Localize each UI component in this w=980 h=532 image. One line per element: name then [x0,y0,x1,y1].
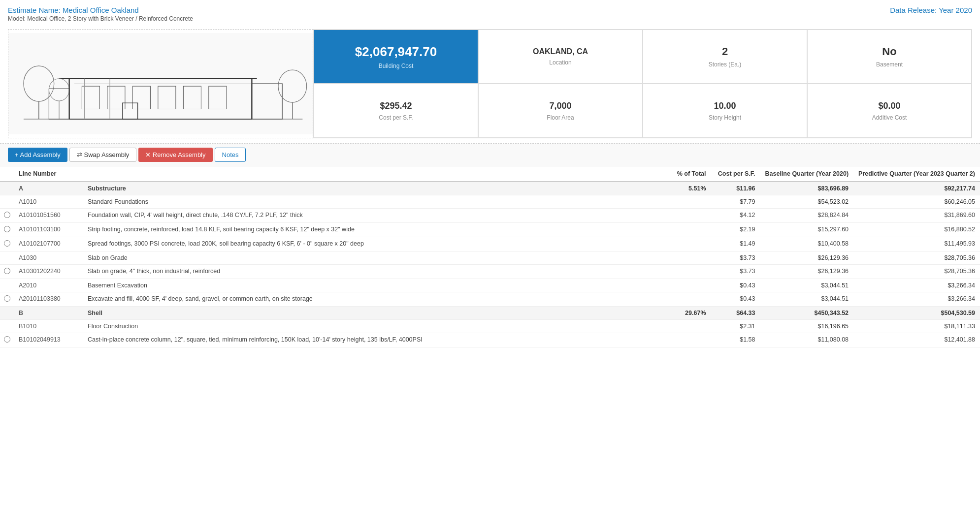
assembly-radio[interactable] [4,226,10,232]
radio-cell [0,251,14,265]
subsection-desc: Floor Construction [83,320,667,333]
story-height-value: 10.00 [714,101,736,111]
radio-cell[interactable] [0,265,14,279]
item-predictive: $16,880.52 [853,223,980,237]
subsection-desc: Basement Excavation [83,279,667,292]
item-pct [667,292,711,307]
assembly-radio[interactable] [4,240,10,247]
radio-cell[interactable] [0,292,14,307]
table-row: A Substructure 5.51% $11.96 $83,696.89 $… [0,182,980,195]
table-row: A10101103100 Strip footing, concrete, re… [0,223,980,237]
item-pct [667,265,711,279]
subsection-predictive: $3,266.34 [853,279,980,292]
item-predictive: $12,401.88 [853,333,980,347]
section-predictive: $504,530.59 [853,307,980,320]
additive-cost-card: $0.00 Additive Cost [807,84,972,138]
building-sketch-svg [8,30,313,138]
item-baseline: $10,400.58 [760,237,854,251]
basement-value: No [882,45,896,58]
remove-assembly-button[interactable]: ✕ Remove Assembly [138,148,212,162]
assembly-radio[interactable] [4,295,10,302]
col-predictive: Predictive Quarter (Year 2023 Quarter 2) [853,166,980,182]
assembly-radio[interactable] [4,268,10,274]
subsection-baseline: $3,044.51 [760,279,854,292]
subsection-predictive: $28,705.36 [853,251,980,265]
subsection-pct [667,320,711,333]
item-cost-sf: $3.73 [711,265,760,279]
item-desc: Spread footings, 3000 PSI concrete, load… [83,237,667,251]
item-desc: Strip footing, concrete, reinforced, loa… [83,223,667,237]
col-pct-total: % of Total [667,166,711,182]
section-pct: 5.51% [667,182,711,195]
radio-cell[interactable] [0,223,14,237]
floor-area-value: 7,000 [549,101,571,111]
swap-assembly-button[interactable]: ⇄ Swap Assembly [69,148,136,162]
add-assembly-button[interactable]: + Add Assembly [8,148,67,162]
section-code: A [14,182,83,195]
location-label: Location [549,59,571,66]
item-code: B10102049913 [14,333,83,347]
subsection-predictive: $60,246.05 [853,195,980,209]
col-baseline: Baseline Quarter (Year 2020) [760,166,854,182]
additive-cost-label: Additive Cost [872,114,907,121]
summary-cards: $2,067,947.70 Building Cost OAKLAND, CA … [313,29,972,138]
item-predictive: $31,869.60 [853,209,980,223]
page-header: Estimate Name: Medical Office Oakland Mo… [0,0,980,24]
data-release-label: Data Release: [890,6,937,14]
stories-value: 2 [722,45,728,58]
item-pct [667,237,711,251]
item-pct [667,209,711,223]
header-right: Data Release: Year 2020 [890,6,972,14]
table-row: A2010 Basement Excavation $0.43 $3,044.5… [0,279,980,292]
radio-cell[interactable] [0,237,14,251]
table-area: Line Number % of Total Cost per S.F. Bas… [0,166,980,347]
table-row: B1010 Floor Construction $2.31 $16,196.6… [0,320,980,333]
item-pct [667,223,711,237]
item-code: A10101103100 [14,223,83,237]
assembly-radio[interactable] [4,336,10,343]
subsection-cost-sf: $7.79 [711,195,760,209]
section-pct: 29.67% [667,307,711,320]
section-desc: Substructure [83,182,667,195]
col-radio [0,166,14,182]
table-row: A10101051560 Foundation wall, CIP, 4' wa… [0,209,980,223]
section-code: B [14,307,83,320]
subsection-cost-sf: $0.43 [711,279,760,292]
subsection-code: A1010 [14,195,83,209]
notes-button[interactable]: Notes [215,148,246,162]
building-image [8,29,313,138]
item-desc: Foundation wall, CIP, 4' wall height, di… [83,209,667,223]
item-cost-sf: $4.12 [711,209,760,223]
section-baseline: $450,343.52 [760,307,854,320]
item-predictive: $11,495.93 [853,237,980,251]
col-cost-sf: Cost per S.F. [711,166,760,182]
radio-cell[interactable] [0,209,14,223]
item-baseline: $28,824.84 [760,209,854,223]
stories-card: 2 Stories (Ea.) [643,30,807,84]
story-height-card: 10.00 Story Height [643,84,807,138]
subsection-predictive: $18,111.33 [853,320,980,333]
item-baseline: $3,044.51 [760,292,854,307]
cost-per-sf-value: $295.42 [380,101,412,111]
estimate-label: Estimate Name: [8,6,61,14]
assembly-table: Line Number % of Total Cost per S.F. Bas… [0,166,980,347]
model-name: Model: Medical Office, 2 Story with Bric… [8,15,193,22]
table-row: B Shell 29.67% $64.33 $450,343.52 $504,5… [0,307,980,320]
table-row: A1010 Standard Foundations $7.79 $54,523… [0,195,980,209]
item-cost-sf: $1.58 [711,333,760,347]
subsection-baseline: $16,196.65 [760,320,854,333]
item-code: A10301202240 [14,265,83,279]
table-row: A10102107700 Spread footings, 3000 PSI c… [0,237,980,251]
assembly-radio[interactable] [4,212,10,218]
subsection-code: A2010 [14,279,83,292]
estimate-name-line: Estimate Name: Medical Office Oakland [8,6,193,14]
col-description [83,166,667,182]
item-predictive: $3,266.34 [853,292,980,307]
item-desc: Slab on grade, 4" thick, non industrial,… [83,265,667,279]
location-card: OAKLAND, CA Location [478,30,643,84]
building-cost-card: $2,067,947.70 Building Cost [314,30,478,84]
radio-cell[interactable] [0,333,14,347]
radio-cell [0,320,14,333]
subsection-code: A1030 [14,251,83,265]
stories-label: Stories (Ea.) [709,61,742,68]
